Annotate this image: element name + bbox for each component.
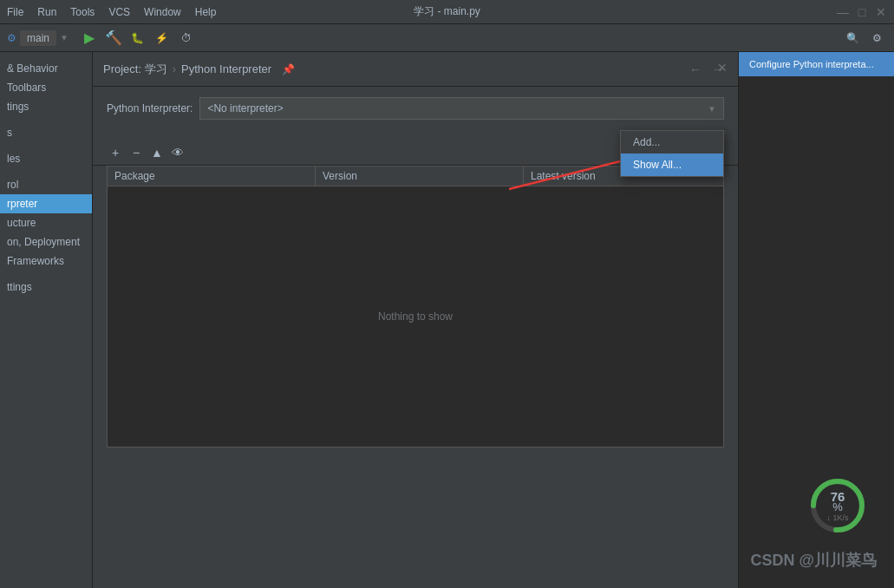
window-title: 学习 - main.py	[414, 4, 480, 19]
progress-widget: 76 % ↓ 1K/s	[807, 475, 868, 536]
upgrade-package-button[interactable]: ▲	[148, 144, 166, 161]
col-package: Package	[108, 167, 316, 186]
dialog-close-button[interactable]: ✕	[714, 59, 731, 76]
profile-button[interactable]: ⏱	[176, 28, 197, 49]
coverage-button[interactable]: ⚡	[152, 28, 173, 49]
menu-run[interactable]: Run	[37, 6, 56, 18]
add-package-button[interactable]: +	[107, 144, 124, 161]
table-body: Nothing to show	[108, 186, 723, 447]
breadcrumb: Project: 学习 › Python Interpreter	[103, 62, 271, 77]
interpreter-row: Python Interpreter: <No interpreter> ▼	[107, 97, 724, 120]
minimize-button[interactable]: —	[837, 6, 849, 18]
menu-bar: File Run Tools VCS Window Help	[7, 6, 216, 18]
run-button[interactable]: ▶	[79, 28, 100, 49]
dropdown-show-all[interactable]: Show All...	[621, 154, 723, 176]
sidebar-item-settings1[interactable]: tings	[0, 97, 92, 116]
close-button[interactable]: ✕	[875, 6, 887, 18]
sidebar-item-interpreter[interactable]: rpreter	[0, 194, 92, 213]
dropdown-add[interactable]: Add...	[621, 131, 723, 154]
sidebar-item-ucture[interactable]: ucture	[0, 213, 92, 232]
package-table: Package Version Latest version Nothing t…	[107, 166, 724, 448]
sidebar-item-rol[interactable]: rol	[0, 175, 92, 194]
breadcrumb-root[interactable]: Project: 学习	[103, 62, 167, 77]
window-controls: — □ ✕	[837, 6, 887, 18]
sidebar-item-s[interactable]: s	[0, 123, 92, 142]
progress-speed: ↓ 1K/s	[826, 513, 848, 522]
breadcrumb-separator: ›	[173, 62, 176, 75]
dialog-header: Project: 学习 › Python Interpreter 📌 ← → ✕	[93, 52, 738, 87]
nav-back-button[interactable]: ←	[686, 60, 705, 79]
menu-help[interactable]: Help	[195, 6, 217, 18]
maximize-button[interactable]: □	[856, 6, 868, 18]
main-layout: & Behavior Toolbars tings s les rol rpre…	[0, 52, 894, 588]
titlebar: File Run Tools VCS Window Help 学习 - main…	[0, 0, 894, 24]
interpreter-value: <No interpreter>	[207, 102, 283, 114]
run-config-arrow: ▼	[60, 33, 69, 42]
sidebar-item-toolbars[interactable]: Toolbars	[0, 78, 92, 97]
configure-banner[interactable]: Configure Python interpreta...	[739, 52, 894, 76]
sidebar-item-deployment[interactable]: on, Deployment	[0, 232, 92, 252]
menu-file[interactable]: File	[7, 6, 23, 18]
dialog-area: Project: 学习 › Python Interpreter 📌 ← → ✕…	[93, 52, 738, 588]
interpreter-arrow-icon: ▼	[708, 104, 716, 114]
sidebar-item-frameworks[interactable]: Frameworks	[0, 252, 92, 271]
show-package-button[interactable]: 👁	[169, 144, 186, 161]
menu-vcs[interactable]: VCS	[108, 6, 130, 18]
interpreter-select[interactable]: <No interpreter> ▼	[199, 97, 724, 120]
settings-sidebar: & Behavior Toolbars tings s les rol rpre…	[0, 52, 93, 588]
interpreter-label: Python Interpreter:	[107, 102, 193, 114]
sidebar-item-les[interactable]: les	[0, 149, 92, 168]
empty-message: Nothing to show	[378, 310, 453, 323]
main-toolbar: ⚙ main ▼ ▶ 🔨 🐛 ⚡ ⏱ 🔍 ⚙	[0, 24, 894, 52]
settings-button[interactable]: ⚙	[866, 28, 887, 49]
run-config-name: main	[20, 30, 56, 46]
interpreter-dropdown: Add... Show All...	[620, 130, 724, 177]
search-button[interactable]: 🔍	[842, 28, 863, 49]
remove-package-button[interactable]: −	[127, 144, 145, 161]
watermark: CSDN @川川菜鸟	[750, 550, 877, 571]
run-config-selector[interactable]: ⚙ main ▼	[7, 30, 69, 46]
build-button[interactable]: 🔨	[103, 28, 124, 49]
pin-icon[interactable]: 📌	[278, 60, 297, 79]
sidebar-item-ttings[interactable]: ttings	[0, 278, 92, 297]
menu-window[interactable]: Window	[144, 6, 181, 18]
right-panel: Configure Python interpreta... 76 % ↓ 1K…	[738, 52, 894, 588]
debug-button[interactable]: 🐛	[127, 28, 148, 49]
menu-tools[interactable]: Tools	[70, 6, 95, 18]
sidebar-item-behavior[interactable]: & Behavior	[0, 59, 92, 78]
run-config-icon: ⚙	[7, 32, 16, 44]
col-version: Version	[316, 167, 524, 186]
breadcrumb-current: Python Interpreter	[181, 62, 271, 75]
